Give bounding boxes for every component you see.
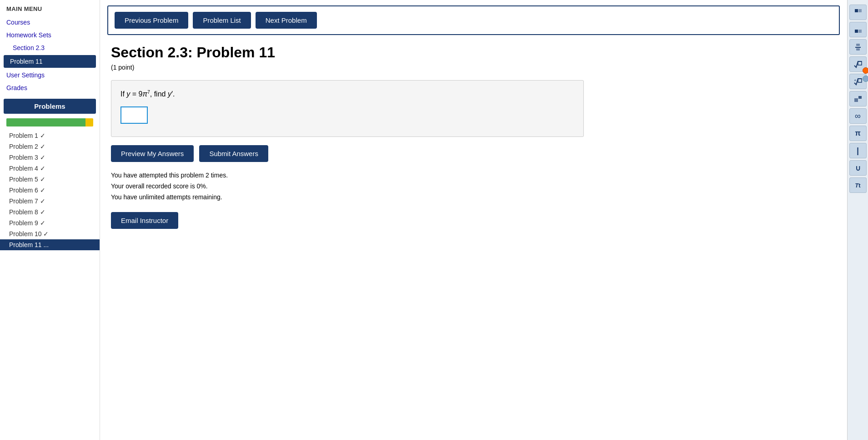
toolbar-text-icon[interactable]: Tt [849, 177, 867, 193]
sidebar: MAIN MENU Courses Homework Sets Section … [0, 0, 100, 440]
problem-box: If y = 9π7, find y′. [111, 80, 584, 137]
previous-problem-button[interactable]: Previous Problem [115, 12, 188, 29]
problem-list-item-2[interactable]: Problem 2 ✓ [0, 141, 100, 152]
problem-list-item-1[interactable]: Problem 1 ✓ [0, 130, 100, 141]
sidebar-item-homework-sets[interactable]: Homework Sets [0, 29, 100, 41]
var-y: y [126, 90, 130, 98]
unlimited-text: You have unlimited attempts remaining. [111, 192, 836, 203]
svg-text:n: n [854, 79, 856, 81]
sidebar-item-problem11-active[interactable]: Problem 11 [4, 55, 96, 68]
var-y-prime: y′ [168, 90, 173, 98]
sidebar-item-section[interactable]: Section 2.3 [0, 41, 100, 54]
problem-list-item-7[interactable]: Problem 7 ✓ [0, 196, 100, 207]
svg-rect-2 [855, 30, 858, 33]
toolbar-close-button[interactable] [863, 67, 868, 74]
svg-rect-11 [858, 96, 862, 99]
action-buttons: Preview My Answers Submit Answers [111, 145, 836, 162]
toolbar-settings-button[interactable] [863, 76, 868, 82]
pipe-symbol: | [857, 146, 859, 156]
svg-rect-6 [856, 48, 860, 51]
main-menu-label: MAIN MENU [0, 0, 100, 16]
infinity-symbol: ∞ [855, 111, 861, 121]
problem-area: Section 2.3: Problem 11 (1 point) If y =… [100, 40, 847, 440]
union-symbol: ∪ [855, 164, 861, 172]
main-content: Previous Problem Problem List Next Probl… [100, 0, 847, 440]
problem-list-item-8[interactable]: Problem 8 ✓ [0, 207, 100, 217]
toolbar-fraction-icon[interactable] [849, 39, 867, 55]
progress-bar-yellow [85, 118, 93, 126]
toolbar-absolute-value-icon[interactable]: | [849, 143, 867, 158]
preview-answers-button[interactable]: Preview My Answers [111, 145, 194, 162]
sidebar-item-courses[interactable]: Courses [0, 16, 100, 29]
svg-rect-1 [858, 9, 862, 12]
attempt-info: You have attempted this problem 2 times.… [111, 170, 836, 202]
toolbar-superscript-icon[interactable] [849, 5, 867, 20]
svg-rect-4 [856, 44, 860, 46]
problem-list-item-9[interactable]: Problem 9 ✓ [0, 217, 100, 228]
sidebar-item-user-settings[interactable]: User Settings [0, 69, 100, 81]
problem-statement: If y = 9π7, find y′. [120, 90, 574, 98]
problem-list-item-11[interactable]: Problem 11 ... [0, 239, 100, 250]
svg-rect-10 [854, 98, 858, 102]
score-text: Your overall recorded score is 0%. [111, 181, 836, 192]
text-symbol: Tt [855, 182, 860, 189]
problem-points: (1 point) [111, 64, 836, 71]
answer-input[interactable] [120, 106, 148, 124]
toolbar-infinity-icon[interactable]: ∞ [849, 108, 867, 124]
pi-symbol: π [855, 129, 860, 137]
top-nav: Previous Problem Problem List Next Probl… [107, 5, 840, 35]
right-toolbar: n ∞ π | ∪ Tt [847, 0, 868, 440]
sidebar-item-grades[interactable]: Grades [0, 81, 100, 94]
svg-rect-7 [858, 61, 862, 65]
problem-title: Section 2.3: Problem 11 [111, 44, 836, 61]
next-problem-button[interactable]: Next Problem [256, 12, 317, 29]
progress-bar-green [6, 118, 85, 126]
svg-rect-3 [858, 30, 862, 33]
problem-list-item-10[interactable]: Problem 10 ✓ [0, 228, 100, 239]
problem-list-item-4[interactable]: Problem 4 ✓ [0, 163, 100, 174]
progress-bar [6, 118, 93, 126]
toolbar-pi-icon[interactable]: π [849, 126, 867, 141]
problems-header: Problems [4, 99, 96, 114]
email-instructor-button[interactable]: Email Instructor [111, 212, 178, 229]
toolbar-subscript-icon[interactable] [849, 22, 867, 37]
toolbar-union-icon[interactable]: ∪ [849, 160, 867, 176]
problem-list-item-5[interactable]: Problem 5 ✓ [0, 174, 100, 185]
svg-rect-8 [858, 79, 862, 82]
problem-list-item-6[interactable]: Problem 6 ✓ [0, 185, 100, 196]
problem-list-button[interactable]: Problem List [193, 12, 251, 29]
problem-list-item-3[interactable]: Problem 3 ✓ [0, 152, 100, 163]
toolbar-exponent-icon[interactable] [849, 91, 867, 106]
svg-rect-0 [855, 9, 858, 12]
attempts-text: You have attempted this problem 2 times. [111, 170, 836, 181]
submit-answers-button[interactable]: Submit Answers [199, 145, 268, 162]
